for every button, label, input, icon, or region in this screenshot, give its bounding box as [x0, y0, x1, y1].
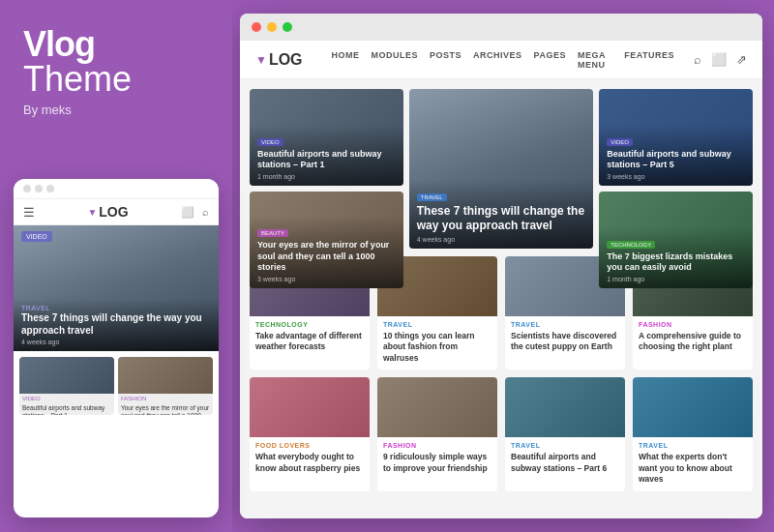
hero-card-top-right-overlay: VIDEO Beautiful airports and subway stat…	[599, 125, 753, 186]
nav-home[interactable]: HOME	[332, 50, 360, 70]
mobile-nav-icons: ⬜ ⌕	[181, 206, 209, 219]
mobile-small-card-1: VIDEO Beautiful airports and subway stat…	[19, 357, 114, 415]
small-card-3-body: FASHION A comprehensive guide to choosin…	[633, 316, 753, 359]
small-card-1-body: TRAVEL 10 things you can learn about fas…	[377, 316, 497, 369]
main-content: VIDEO Beautiful airports and subway stat…	[240, 79, 762, 518]
mobile-nav: ☰ ▼ LOG ⬜ ⌕	[14, 199, 219, 225]
nav-features[interactable]: FEATURES	[624, 50, 674, 70]
hero-card-center-overlay: TRAVEL These 7 things will change the wa…	[409, 180, 594, 249]
share-icon[interactable]: ⇗	[736, 52, 747, 67]
nav-menu: HOME MODULES POSTS ARCHIVES PAGES MEGA M…	[332, 50, 674, 70]
nav-mega-menu[interactable]: MEGA MENU	[578, 50, 612, 70]
mobile-small-card-2: FASHION Your eyes are the mirror of your…	[118, 357, 213, 415]
small-card-0-body: TECHNOLOGY Take advantage of different w…	[250, 316, 370, 359]
browser-maximize-dot[interactable]	[283, 22, 292, 32]
small-card-7-img	[633, 377, 753, 437]
mobile-card2-text: FASHION Your eyes are the mirror of your…	[118, 394, 213, 415]
small-card-5-body: FASHION 9 ridiculously simple ways to im…	[377, 437, 497, 480]
nav-archives[interactable]: ARCHIVES	[473, 50, 522, 70]
monitor-icon: ⬜	[181, 206, 194, 219]
small-card-4-body: FOOD LOVERS What everybody ought to know…	[250, 437, 370, 480]
mobile-dot	[23, 185, 31, 192]
monitor-icon[interactable]: ⬜	[711, 52, 727, 67]
hero-card-bottom-right: TECHNOLOGY The 7 biggest lizards mistake…	[599, 192, 753, 288]
mobile-card2-image	[118, 357, 213, 394]
nav-posts[interactable]: POSTS	[430, 50, 461, 70]
search-icon[interactable]: ⌕	[694, 52, 701, 67]
nav-modules[interactable]: MODULES	[372, 50, 419, 70]
mobile-dot	[35, 185, 43, 192]
hamburger-icon: ☰	[23, 205, 35, 220]
browser-chrome	[240, 14, 762, 41]
site-logo: ▼ LOG	[255, 51, 303, 69]
small-card-7: TRAVEL What the experts don't want you t…	[633, 377, 753, 490]
logo-triangle: ▼	[255, 53, 267, 67]
mobile-dot	[46, 185, 54, 192]
nav-pages[interactable]: PAGES	[534, 50, 566, 70]
search-icon: ⌕	[202, 206, 209, 218]
mobile-card1-text: VIDEO Beautiful airports and subway stat…	[19, 394, 114, 415]
small-card-7-body: TRAVEL What the experts don't want you t…	[633, 437, 753, 490]
brand-title: Vlog Theme By meks	[23, 27, 209, 117]
hero-card-top-right: VIDEO Beautiful airports and subway stat…	[599, 89, 753, 186]
small-card-2-body: TRAVEL Scientists have discovered the cu…	[505, 316, 625, 359]
mobile-logo-triangle: ▼	[87, 207, 97, 218]
hero-card-top-left-overlay: VIDEO Beautiful airports and subway stat…	[250, 125, 403, 186]
mobile-chrome	[14, 179, 219, 199]
browser-close-dot[interactable]	[252, 22, 261, 32]
small-card-5-img	[377, 377, 497, 437]
small-card-4-img	[250, 377, 370, 437]
hero-card-bottom-right-overlay: TECHNOLOGY The 7 biggest lizards mistake…	[599, 227, 753, 288]
mobile-hero-overlay: TRAVEL These 7 things will change the wa…	[14, 299, 219, 351]
small-card-5: FASHION 9 ridiculously simple ways to im…	[377, 377, 497, 490]
hero-card-top-left: VIDEO Beautiful airports and subway stat…	[250, 89, 403, 186]
small-card-6-img	[505, 377, 625, 437]
small-card-6-body: TRAVEL Beautiful airports and subway sta…	[505, 437, 625, 480]
mobile-logo: ▼ LOG	[87, 204, 128, 220]
mobile-mockup: ☰ ▼ LOG ⬜ ⌕ VIDEO TRAVEL These 7 things …	[14, 179, 219, 517]
hero-section: VIDEO Beautiful airports and subway stat…	[250, 89, 753, 249]
small-card-4: FOOD LOVERS What everybody ought to know…	[250, 377, 370, 490]
browser-window: ▼ LOG HOME MODULES POSTS ARCHIVES PAGES …	[240, 14, 762, 518]
mobile-hero: VIDEO TRAVEL These 7 things will change …	[14, 225, 219, 351]
hero-card-bottom-left-overlay: BEAUTY Your eyes are the mirror of your …	[250, 216, 403, 288]
mobile-card1-image	[19, 357, 114, 394]
hero-card-bottom-left: BEAUTY Your eyes are the mirror of your …	[250, 192, 403, 288]
browser-minimize-dot[interactable]	[267, 22, 277, 32]
site-header: ▼ LOG HOME MODULES POSTS ARCHIVES PAGES …	[240, 41, 762, 79]
mobile-small-cards: VIDEO Beautiful airports and subway stat…	[14, 351, 219, 421]
small-card-6: TRAVEL Beautiful airports and subway sta…	[505, 377, 625, 490]
hero-card-center: TRAVEL These 7 things will change the wa…	[409, 89, 594, 249]
left-panel: Vlog Theme By meks ☰ ▼ LOG ⬜ ⌕ VIDEO	[0, 0, 232, 532]
nav-icons: ⌕ ⬜ ⇗	[694, 52, 747, 67]
small-cards-section: TECHNOLOGY Take advantage of different w…	[250, 256, 753, 491]
